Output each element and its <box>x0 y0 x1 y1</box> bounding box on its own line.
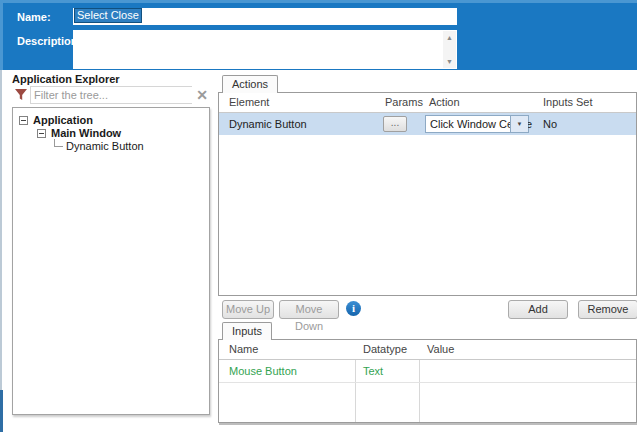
scroll-down-icon[interactable]: ▼ <box>443 56 456 67</box>
name-input[interactable]: Select Close <box>73 8 457 25</box>
name-input-selected-text: Select Close <box>75 9 141 22</box>
header-bar: Name: Select Close Description: ▲ ▼ <box>0 0 637 70</box>
col-value: Value <box>427 343 454 355</box>
move-down-button[interactable]: Move Down <box>279 300 339 319</box>
window-left-edge <box>0 70 2 390</box>
action-row[interactable]: Dynamic Button ... Click Window Centre ▼… <box>219 113 636 135</box>
scroll-up-icon[interactable]: ▲ <box>443 32 456 43</box>
description-textarea[interactable]: ▲ ▼ <box>73 30 457 69</box>
tab-inputs[interactable]: Inputs <box>222 322 272 340</box>
actions-table-header: Element Params Action Inputs Set <box>219 93 636 113</box>
info-icon: i <box>346 301 361 316</box>
action-dropdown[interactable]: Click Window Centre ▼ <box>425 115 529 133</box>
clear-filter-icon[interactable]: ✕ <box>194 86 210 104</box>
col-action: Action <box>429 96 460 108</box>
window-left-edge-bottom <box>0 390 3 432</box>
action-row-inputs-set: No <box>543 118 557 130</box>
col-inputs-set: Inputs Set <box>543 96 593 108</box>
inputs-table: Name Datatype Value Mouse Button Text <box>218 339 637 423</box>
col-params: Params <box>385 96 423 108</box>
tree-filter: ✕ <box>12 86 210 104</box>
add-button[interactable]: Add <box>508 300 568 319</box>
tab-actions[interactable]: Actions <box>222 75 278 93</box>
collapse-icon[interactable] <box>37 129 46 138</box>
description-scrollbar[interactable]: ▲ ▼ <box>443 31 456 68</box>
actions-table: Element Params Action Inputs Set Dynamic… <box>218 92 637 296</box>
input-row[interactable]: Mouse Button Text <box>219 360 636 383</box>
name-label: Name: <box>17 11 51 23</box>
input-row-name: Mouse Button <box>229 365 297 377</box>
tree-connector <box>54 139 63 147</box>
input-row-datatype: Text <box>363 365 383 377</box>
filter-input[interactable] <box>30 86 192 104</box>
filter-funnel-icon <box>15 89 27 101</box>
tree-item-dynamic-button[interactable]: Dynamic Button <box>66 140 144 153</box>
description-label: Description: <box>17 35 81 47</box>
application-tree[interactable]: Application Main Window Dynamic Button <box>12 107 210 415</box>
col-datatype: Datatype <box>363 343 407 355</box>
application-explorer-title: Application Explorer <box>12 73 120 85</box>
col-element: Element <box>229 96 269 108</box>
collapse-icon[interactable] <box>19 116 28 125</box>
move-up-button[interactable]: Move Up <box>222 300 274 319</box>
action-row-element: Dynamic Button <box>229 118 307 130</box>
params-button[interactable]: ... <box>383 116 407 132</box>
col-name: Name <box>229 343 258 355</box>
inputs-table-header: Name Datatype Value <box>219 340 636 360</box>
remove-button[interactable]: Remove <box>578 300 637 319</box>
action-properties-window: Name: Select Close Description: ▲ ▼ Appl… <box>0 0 637 432</box>
dropdown-arrow-icon[interactable]: ▼ <box>510 116 528 132</box>
tree-item-application[interactable]: Application <box>33 114 93 127</box>
